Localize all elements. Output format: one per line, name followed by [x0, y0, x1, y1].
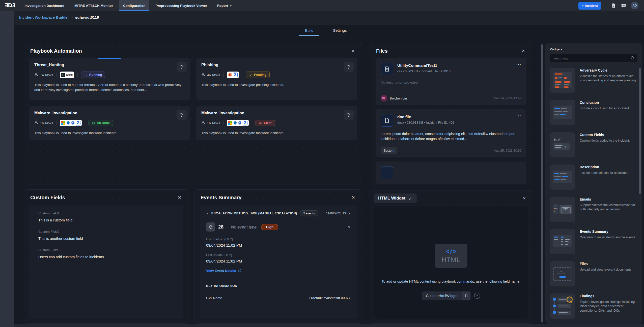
file-card[interactable]: UtilityCommandTest1 csv • 0.363 KB • Inc…	[376, 58, 526, 105]
defender-icon	[66, 121, 70, 125]
widget-thumbnail	[550, 165, 575, 190]
chevron-down-icon[interactable]: ∨	[206, 212, 208, 215]
file-icon	[381, 167, 393, 179]
field-value: Users can add custom fields to incidents	[38, 255, 174, 259]
playbook-card[interactable]: Malware_Investigation 16 Tasks Σ	[196, 106, 357, 140]
playbook-automation-panel: Playbook Automation × Threat_Hunting 14 …	[24, 43, 362, 184]
copy-icon[interactable]	[461, 291, 470, 300]
playbook-card[interactable]: Threat_Hunting 14 Tasks splunk → Running	[29, 58, 190, 100]
key: CVEName	[206, 296, 222, 300]
main-scrollbar[interactable]	[541, 44, 543, 322]
header-strip	[14, 11, 644, 25]
user-avatar[interactable]: AD	[631, 2, 638, 9]
nav-preprocessing-viewer[interactable]: Preprocessing Playbook Viewer	[151, 0, 211, 11]
close-icon[interactable]: ×	[176, 194, 183, 201]
html-widget-note: To add or update HTML content using play…	[374, 279, 528, 283]
defender-icon	[233, 121, 237, 125]
bulb-icon	[249, 73, 252, 77]
more-menu-icon[interactable]: ⋯	[516, 114, 521, 117]
breadcrumb: Incident Workspace Builder › sulayout011…	[19, 15, 99, 19]
file-description: Lorem ipsum dolor sit amet, consectetur …	[381, 131, 521, 142]
top-navbar: ƎD3 Investigation Dashboard MITRE ATT&CK…	[0, 0, 644, 11]
html-widget-title-box: HTML Widget	[374, 193, 417, 203]
value: 11default avasdfasdf 00077	[309, 296, 350, 300]
occurred-label: Occurred on (UTC)	[206, 238, 350, 241]
file-card-partial[interactable]	[376, 161, 526, 184]
nav-investigation-dashboard[interactable]: Investigation Dashboard	[20, 0, 68, 11]
add-incident-button[interactable]: + Incident	[578, 2, 601, 10]
updated-label: Last update (UTC)	[206, 253, 350, 257]
widget-item-events-summary[interactable]: Events Summary Overview of an incident's…	[550, 229, 637, 254]
breadcrumb-parent-link[interactable]: Incident Workspace Builder	[19, 15, 69, 19]
widget-description: Explore investigation findings, includin…	[580, 300, 636, 313]
search-input[interactable]	[550, 54, 637, 62]
widget-item-emails[interactable]: Emails Support bidirectional communicati…	[550, 197, 637, 222]
nav-mitre-monitor[interactable]: MITRE ATT&CK Monitor	[70, 0, 117, 11]
error-icon	[259, 121, 262, 125]
unlink-icon[interactable]	[177, 110, 187, 120]
d3-logo[interactable]: ƎD3	[0, 0, 20, 11]
files-panel: Files × UtilityCommandTest1 csv • 0.363 …	[370, 43, 532, 184]
widget-name: Conclusion	[580, 101, 629, 105]
more-menu-icon[interactable]: ⋯	[516, 63, 521, 66]
widget-name: Files	[580, 262, 631, 266]
sigma-icon: Σ	[233, 73, 238, 77]
divider	[77, 73, 78, 77]
unlink-icon[interactable]	[344, 110, 354, 120]
widget-item-files[interactable]: ↥ drop files Files Upload and view relev…	[550, 261, 637, 286]
custom-fields-panel: Custom Fields × Custom Field1 This is a …	[24, 189, 188, 324]
widget-item-adversary-cycle[interactable]: Adversary Cycle Visualize the stages of …	[550, 68, 637, 93]
widget-description: Overview of an incident's source events	[580, 235, 635, 240]
widget-name: Adversary Cycle	[580, 68, 636, 72]
file-card[interactable]: doc file docx • 230.983 KB • Incident Fi…	[376, 109, 526, 157]
widget-description: Support bidirectional communication for …	[580, 203, 636, 212]
close-icon[interactable]: ×	[521, 195, 527, 202]
panel-title: Files	[376, 48, 388, 54]
chat-icon[interactable]	[621, 3, 626, 8]
playbook-title: Malware_Investigation	[201, 111, 352, 115]
nav-configuration[interactable]: Configuration	[119, 0, 149, 11]
playbook-description: This playbook is used to investigate phi…	[201, 82, 352, 87]
widget-item-custom-fields[interactable]: B I U " T Custom Fields Custom fields ad…	[550, 132, 637, 157]
file-csv-icon	[381, 63, 393, 75]
tasks-count: 16 Tasks	[201, 121, 220, 125]
playbook-description: This playbook is used to hunt for threat…	[34, 82, 185, 92]
edit-pencil-icon[interactable]	[408, 196, 413, 201]
divider	[56, 73, 57, 77]
widget-item-conclusion[interactable]: Conclusion Include a conclusion for an i…	[550, 100, 637, 125]
chevron-down-icon[interactable]: ∨	[348, 225, 350, 229]
dash: -	[227, 225, 228, 229]
search-icon[interactable]	[630, 56, 635, 60]
widgets-scrollbar[interactable]	[639, 68, 641, 194]
tab-build[interactable]: Build	[299, 26, 319, 36]
widget-thumbnail	[550, 229, 575, 254]
check-circle-icon	[92, 121, 95, 125]
widget-item-description[interactable]: Description Include a description for an…	[550, 165, 637, 190]
widget-item-findings[interactable]: Findings Explore investigation findings,…	[550, 293, 637, 319]
divider	[56, 121, 57, 125]
code-icon: </>	[445, 248, 456, 255]
widget-description: Custom fields added to the incident.	[580, 139, 630, 143]
file-name: doc file	[397, 115, 454, 119]
playbook-card[interactable]: Phishing 46 Tasks Σ Pending	[196, 58, 357, 100]
widget-description: Visualize the stages of an attack to aid…	[580, 74, 636, 83]
horizontal-scrollbar-track[interactable]	[14, 324, 644, 327]
tasks-count: 16 Tasks	[34, 121, 53, 125]
close-icon[interactable]: ×	[350, 194, 356, 201]
file-meta: docx • 230.983 KB • Incident File ID: 42…	[397, 121, 454, 124]
event-cube-icon	[206, 222, 215, 232]
playbook-card[interactable]: Malware_Investigation 16 Tasks Σ	[29, 106, 190, 140]
nav-report[interactable]: Report ∨	[213, 0, 236, 11]
widget-name: Emails	[580, 197, 636, 201]
release-notes-icon[interactable]	[611, 3, 616, 8]
field-name-box: CustomHtmlWidget	[422, 291, 471, 300]
widget-description: Include a conclusion for an incident	[580, 106, 629, 111]
tab-settings[interactable]: Settings	[327, 26, 353, 36]
close-icon[interactable]: ×	[520, 48, 526, 54]
escalation-date: 11/08/2024 13:47	[326, 212, 350, 215]
view-event-details-link[interactable]: View Event Details	[206, 269, 350, 273]
unlink-icon[interactable]	[177, 62, 187, 72]
help-icon[interactable]: ?	[474, 293, 480, 299]
close-icon[interactable]: ×	[350, 48, 356, 54]
unlink-icon[interactable]	[344, 62, 354, 72]
